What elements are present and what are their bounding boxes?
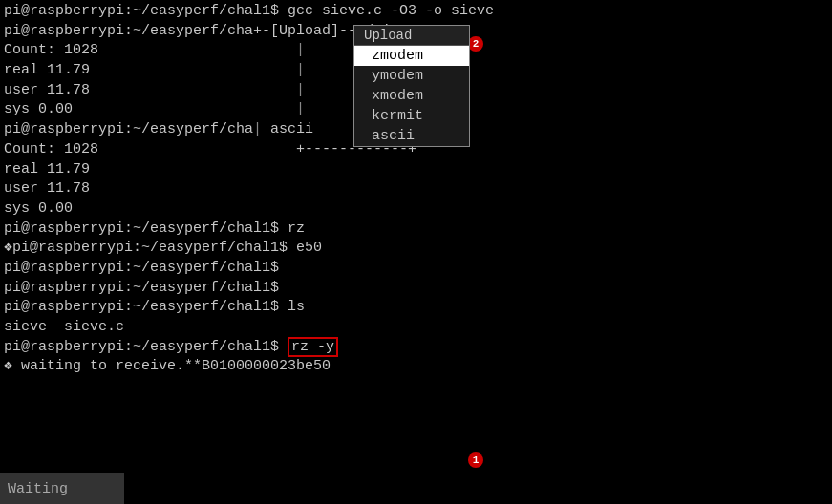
- terminal-line-17: sieve sieve.c: [4, 318, 828, 338]
- popup-item-kermit[interactable]: kermit: [354, 106, 469, 126]
- waiting-bar: Waiting: [0, 473, 124, 504]
- rz-command-highlight: rz -y: [288, 337, 338, 357]
- terminal-line-13: ❖pi@raspberrypi:~/easyperf/chal1$ e50: [4, 239, 828, 259]
- terminal-line-10: user 11.78: [4, 179, 828, 200]
- terminal-line-18: pi@raspberrypi:~/easyperf/chal1$ rz -y: [4, 338, 828, 358]
- terminal-line-1: pi@raspberrypi:~/easyperf/chal1$ gcc sie…: [4, 2, 828, 22]
- terminal-line-14: pi@raspberrypi:~/easyperf/chal1$: [4, 259, 828, 279]
- badge-2: 2: [468, 36, 483, 52]
- terminal-line-12: pi@raspberrypi:~/easyperf/chal1$ rz: [4, 220, 828, 240]
- popup-item-xmodem[interactable]: xmodem: [354, 86, 469, 106]
- badge-1: 1: [468, 452, 483, 468]
- popup-title: Upload: [354, 26, 469, 46]
- upload-popup[interactable]: Upload zmodem ymodem xmodem kermit ascii: [353, 25, 470, 147]
- terminal-line-15: pi@raspberrypi:~/easyperf/chal1$: [4, 279, 828, 299]
- terminal-line-9: real 11.79: [4, 160, 828, 180]
- terminal-line-11: sys 0.00: [4, 200, 828, 220]
- terminal-line-19: ❖ waiting to receive.**B0100000023be50: [4, 357, 828, 377]
- popup-item-zmodem[interactable]: zmodem: [354, 46, 469, 66]
- popup-item-ascii[interactable]: ascii: [354, 126, 469, 146]
- terminal: pi@raspberrypi:~/easyperf/chal1$ gcc sie…: [0, 0, 832, 504]
- terminal-line-16: pi@raspberrypi:~/easyperf/chal1$ ls: [4, 298, 828, 318]
- waiting-label: Waiting: [8, 481, 68, 497]
- popup-item-ymodem[interactable]: ymodem: [354, 66, 469, 86]
